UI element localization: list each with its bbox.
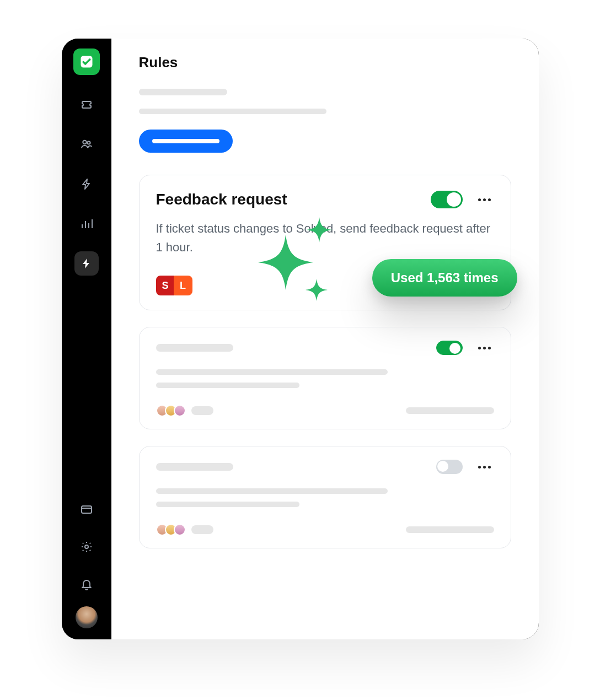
- rule-toggle[interactable]: [431, 191, 463, 208]
- placeholder-line: [406, 407, 494, 414]
- placeholder-line: [406, 526, 494, 533]
- rule-card[interactable]: [139, 327, 511, 429]
- rule-toggle[interactable]: [436, 460, 463, 474]
- svg-point-4: [85, 545, 88, 548]
- app-frame: Rules Feedback request If ticket status …: [62, 39, 539, 639]
- app-logo[interactable]: [73, 49, 100, 76]
- analytics-icon[interactable]: [74, 212, 99, 236]
- avatar: [174, 405, 186, 417]
- rule-toggle[interactable]: [436, 341, 463, 355]
- placeholder-line: [156, 488, 388, 494]
- rule-title: Feedback request: [156, 191, 287, 208]
- placeholder-chip: [191, 406, 213, 415]
- placeholder-chip: [191, 525, 213, 534]
- rule-title-placeholder: [156, 344, 233, 352]
- ticket-icon[interactable]: [74, 93, 99, 117]
- more-icon[interactable]: [475, 343, 494, 353]
- placeholder-line: [139, 109, 326, 114]
- more-icon[interactable]: [475, 195, 494, 204]
- automation-icon[interactable]: [74, 251, 99, 276]
- user-avatar[interactable]: [76, 606, 98, 628]
- primary-action-button[interactable]: [139, 130, 233, 153]
- rule-card[interactable]: Feedback request If ticket status change…: [139, 175, 511, 310]
- placeholder-line: [156, 383, 299, 388]
- svg-rect-3: [82, 506, 92, 513]
- billing-icon[interactable]: [74, 497, 99, 521]
- contacts-icon[interactable]: [74, 132, 99, 157]
- usage-badge: Used 1,563 times: [372, 259, 517, 297]
- more-icon[interactable]: [475, 462, 494, 472]
- svg-point-2: [87, 141, 90, 144]
- svg-point-1: [83, 141, 86, 144]
- assignees: [156, 524, 213, 536]
- main-content: Rules Feedback request If ticket status …: [111, 39, 539, 639]
- rule-card[interactable]: [139, 446, 511, 548]
- placeholder-line: [156, 369, 388, 375]
- page-title: Rules: [139, 54, 511, 71]
- bolt-outline-icon[interactable]: [74, 172, 99, 196]
- sidebar: [62, 39, 111, 639]
- assignees: [156, 405, 213, 417]
- rule-description: If ticket status changes to Solved, send…: [156, 219, 494, 257]
- placeholder-line: [156, 502, 299, 507]
- tag-badge: S: [156, 276, 175, 295]
- rule-tags: S L: [156, 276, 192, 295]
- placeholder-line: [139, 89, 227, 95]
- rule-title-placeholder: [156, 463, 233, 471]
- settings-icon[interactable]: [74, 535, 99, 559]
- notifications-icon[interactable]: [74, 572, 99, 596]
- avatar: [174, 524, 186, 536]
- tag-badge: L: [174, 276, 192, 295]
